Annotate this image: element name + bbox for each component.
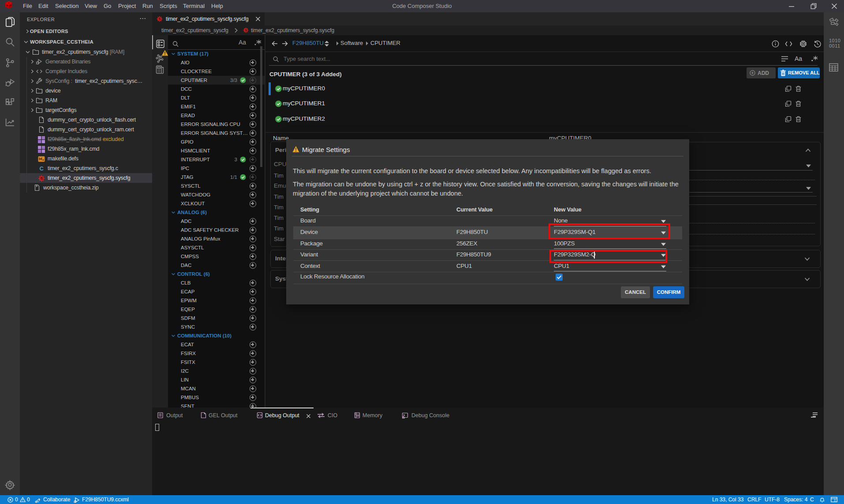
svg-text:S: S — [245, 28, 247, 32]
svg-text:S: S — [158, 17, 161, 21]
svg-text:C: C — [39, 165, 44, 172]
svg-text:S: S — [40, 176, 43, 181]
